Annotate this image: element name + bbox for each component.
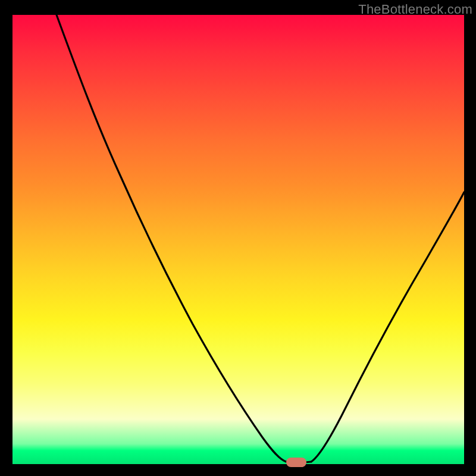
chart-frame: TheBottleneck.com [0,0,476,476]
curve-right-branch [311,192,464,462]
optimal-marker [286,458,306,467]
bottleneck-curve [12,15,464,464]
watermark-text: TheBottleneck.com [358,2,472,17]
plot-area [12,15,464,464]
curve-left-branch [57,15,286,462]
